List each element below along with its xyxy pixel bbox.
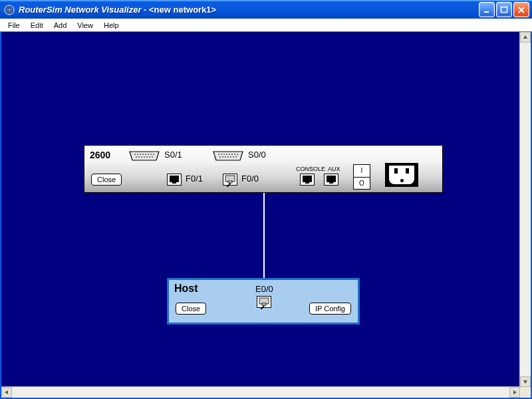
serial00-label: S0/0	[248, 150, 266, 160]
svg-marker-19	[213, 152, 243, 160]
svg-rect-46	[329, 182, 333, 184]
svg-point-23	[226, 154, 227, 155]
svg-point-22	[223, 154, 225, 155]
title-bar: RouterSim Network Visualizer - <new netw…	[0, 0, 532, 19]
client-area: 2600 Close S0/1 S0/0 F0/1	[0, 32, 532, 399]
serial-port-icon[interactable]	[128, 151, 160, 161]
svg-point-31	[227, 156, 229, 158]
host-close-button[interactable]: Close	[176, 303, 206, 315]
vertical-scrollbar[interactable]	[519, 32, 531, 387]
maximize-button[interactable]	[496, 2, 512, 17]
aux-label: AUX	[328, 166, 340, 172]
svg-point-8	[145, 154, 146, 155]
document-title: <new network1>	[149, 5, 216, 15]
svg-point-32	[230, 156, 231, 158]
switch-on-label: I	[354, 165, 370, 178]
svg-point-30	[225, 156, 226, 158]
svg-point-6	[140, 154, 141, 155]
svg-rect-36	[170, 176, 179, 182]
scroll-up-button[interactable]	[520, 32, 531, 43]
menu-file[interactable]: File	[3, 20, 25, 31]
host-label: Host	[174, 283, 198, 295]
app-icon	[4, 5, 15, 15]
app-title: RouterSim Network Visualizer	[19, 5, 141, 15]
minimize-button[interactable]	[479, 2, 495, 17]
ethernet-port-icon[interactable]	[167, 174, 182, 186]
scroll-down-button[interactable]	[520, 376, 531, 387]
console-label: CONSOLE	[296, 166, 325, 172]
svg-marker-50	[523, 35, 527, 39]
svg-point-18	[152, 156, 153, 158]
scroll-left-button[interactable]	[1, 387, 12, 398]
router-model-label: 2600	[90, 150, 110, 160]
menu-add[interactable]: Add	[49, 20, 72, 31]
svg-rect-49	[262, 303, 266, 305]
svg-point-16	[146, 156, 148, 158]
window-close-button[interactable]	[513, 2, 529, 17]
svg-rect-2	[501, 7, 507, 12]
svg-point-12	[136, 156, 137, 158]
svg-point-17	[149, 156, 150, 158]
svg-point-15	[144, 156, 145, 158]
svg-marker-3	[130, 152, 159, 160]
svg-point-34	[235, 156, 237, 158]
svg-marker-53	[513, 390, 517, 394]
svg-point-25	[231, 154, 233, 155]
ip-config-button[interactable]: IP Config	[309, 303, 351, 315]
menu-edit[interactable]: Edit	[25, 20, 49, 31]
f01-label: F0/1	[186, 174, 203, 184]
switch-off-label: O	[354, 178, 370, 190]
svg-rect-42	[303, 176, 312, 182]
svg-point-7	[142, 154, 144, 155]
svg-point-10	[150, 154, 152, 155]
svg-point-13	[138, 156, 140, 158]
network-cable	[263, 193, 265, 278]
svg-point-26	[234, 154, 235, 155]
svg-point-27	[237, 154, 238, 155]
svg-point-24	[229, 154, 230, 155]
f00-label: F0/0	[241, 174, 259, 184]
svg-rect-1	[484, 11, 489, 13]
svg-rect-40	[228, 181, 232, 183]
ethernet-port-connected-icon[interactable]	[223, 174, 237, 186]
serial-port-icon[interactable]	[212, 151, 244, 161]
svg-point-11	[153, 154, 154, 155]
svg-point-21	[221, 154, 222, 155]
power-switch[interactable]: I O	[353, 164, 370, 190]
aux-port-icon[interactable]	[324, 174, 338, 186]
menu-view[interactable]: View	[72, 20, 98, 31]
svg-rect-43	[305, 182, 309, 184]
ethernet-port-connected-icon[interactable]	[257, 296, 271, 308]
power-socket-icon	[385, 163, 418, 187]
network-canvas[interactable]: 2600 Close S0/1 S0/0 F0/1	[1, 32, 520, 387]
svg-point-28	[219, 156, 221, 158]
device-router-2600[interactable]: 2600 Close S0/1 S0/0 F0/1	[84, 145, 443, 193]
svg-point-33	[233, 156, 234, 158]
svg-point-14	[141, 156, 142, 158]
e00-label: E0/0	[255, 284, 273, 294]
scroll-right-button[interactable]	[509, 387, 520, 398]
scroll-corner	[520, 387, 531, 398]
svg-point-29	[222, 156, 223, 158]
menu-bar: File Edit Add View Help	[0, 19, 532, 32]
svg-point-5	[137, 154, 138, 155]
svg-marker-51	[523, 380, 527, 384]
serial01-label: S0/1	[164, 150, 182, 160]
svg-point-20	[218, 154, 219, 155]
svg-point-4	[134, 154, 136, 155]
menu-help[interactable]: Help	[98, 20, 124, 31]
device-host[interactable]: Host Close E0/0 IP Config	[167, 278, 360, 325]
router-close-button[interactable]: Close	[91, 174, 122, 186]
svg-point-9	[148, 154, 149, 155]
console-port-icon[interactable]	[300, 174, 315, 186]
svg-marker-52	[5, 390, 8, 394]
horizontal-scrollbar[interactable]	[1, 386, 520, 398]
svg-rect-45	[327, 176, 336, 182]
svg-rect-37	[172, 182, 176, 184]
